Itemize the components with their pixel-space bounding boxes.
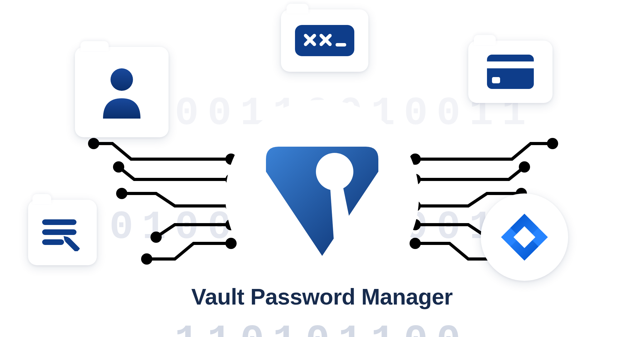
- svg-point-9: [225, 238, 237, 249]
- svg-point-4: [141, 253, 152, 265]
- svg-point-10: [547, 138, 558, 149]
- credit-card-icon: [487, 55, 534, 89]
- svg-point-11: [519, 161, 530, 173]
- jira-icon: [498, 211, 551, 264]
- binary-row: 110101100: [16, 322, 628, 337]
- svg-point-3: [150, 232, 162, 243]
- person-icon: [98, 66, 145, 119]
- category-card-creditcard: [468, 41, 553, 103]
- svg-rect-34: [65, 237, 80, 251]
- svg-point-21: [111, 68, 133, 91]
- svg-rect-29: [487, 61, 534, 68]
- svg-point-2: [116, 188, 127, 199]
- integration-badge-jira: [481, 193, 568, 281]
- svg-rect-33: [42, 239, 64, 245]
- category-card-person: [75, 47, 169, 137]
- svg-rect-32: [42, 229, 76, 235]
- svg-point-19: [410, 238, 421, 249]
- note-edit-icon: [39, 214, 86, 251]
- svg-rect-27: [336, 43, 346, 46]
- password-icon: [295, 25, 354, 56]
- product-title: Vault Password Manager: [0, 284, 644, 310]
- vault-key-logo-icon: [260, 134, 385, 259]
- svg-rect-30: [492, 77, 500, 83]
- svg-point-1: [113, 161, 124, 173]
- svg-rect-28: [487, 55, 534, 89]
- svg-rect-31: [42, 219, 76, 225]
- category-card-note: [28, 200, 97, 265]
- category-card-password: [281, 9, 368, 72]
- svg-point-0: [88, 138, 99, 149]
